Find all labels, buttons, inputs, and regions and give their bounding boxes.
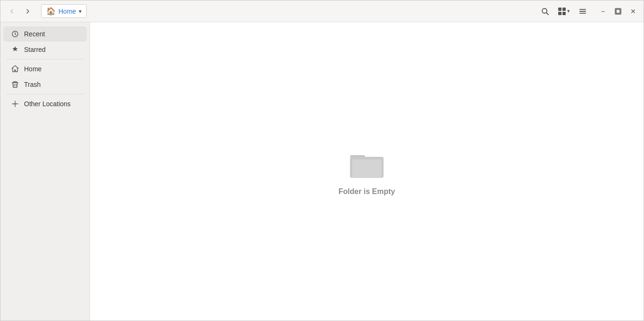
other-locations-icon [11,100,19,108]
sort-dropdown-icon: ▾ [567,8,570,14]
svg-rect-2 [558,8,561,11]
svg-rect-7 [579,11,586,12]
star-icon [11,46,19,53]
file-manager-window: 🏠 Home ▾ ▾ [0,0,644,321]
sidebar: Recent Starred Home [0,22,90,321]
breadcrumb-label: Home [58,8,76,15]
svg-line-1 [546,13,548,15]
empty-folder-icon [348,147,386,180]
breadcrumb-home-button[interactable]: 🏠 Home ▾ [41,4,87,18]
sidebar-item-recent-label: Recent [24,30,45,38]
toolbar: 🏠 Home ▾ ▾ [0,0,644,22]
chevron-down-icon: ▾ [79,8,82,15]
search-button[interactable] [537,3,553,19]
sidebar-item-home[interactable]: Home [3,61,87,76]
nav-buttons [4,4,35,19]
content-area: Folder is Empty [90,22,644,321]
trash-icon [11,81,19,88]
recent-icon [11,30,19,38]
sidebar-item-recent[interactable]: Recent [3,26,87,42]
sidebar-item-trash[interactable]: Trash [3,77,87,92]
home-icon: 🏠 [46,7,56,16]
sidebar-divider-2 [6,94,84,94]
empty-state: Folder is Empty [339,147,395,196]
window-controls: − ✕ [596,5,640,18]
empty-folder-label: Folder is Empty [339,187,395,196]
view-toggle-button[interactable]: ▾ [555,5,573,17]
home-sidebar-icon [11,65,19,73]
svg-rect-3 [562,8,566,11]
toolbar-actions: ▾ [537,3,591,19]
breadcrumb: 🏠 Home ▾ [41,4,87,18]
sidebar-item-starred-label: Starred [24,46,46,53]
sidebar-item-home-label: Home [24,65,41,73]
minimize-button[interactable]: − [596,5,610,18]
sidebar-item-other-locations-label: Other Locations [24,100,71,108]
svg-rect-5 [562,12,566,15]
main-layout: Recent Starred Home [0,22,644,321]
sidebar-item-starred[interactable]: Starred [3,42,87,57]
sidebar-item-other-locations[interactable]: Other Locations [3,96,87,111]
svg-rect-15 [352,160,381,178]
close-button[interactable]: ✕ [627,5,640,18]
forward-button[interactable] [20,4,35,19]
svg-rect-10 [616,9,620,13]
sidebar-item-trash-label: Trash [24,81,41,88]
back-button[interactable] [4,4,19,19]
svg-rect-4 [558,12,561,15]
sidebar-divider-1 [6,59,84,59]
svg-rect-6 [579,9,586,10]
maximize-button[interactable] [611,5,625,18]
svg-rect-8 [579,13,586,14]
menu-button[interactable] [575,3,591,19]
